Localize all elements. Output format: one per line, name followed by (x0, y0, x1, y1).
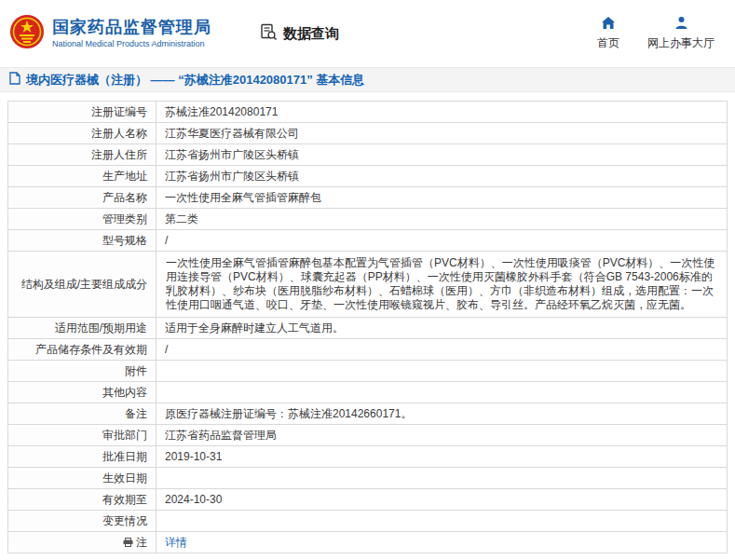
row-value: 2024-10-30 (157, 489, 728, 511)
row-label-text: 审批部门 (102, 429, 147, 442)
row-label-text: 结构及组成/主要组成成分 (21, 278, 147, 291)
row-value: 一次性使用全麻气管插管麻醉包 (157, 187, 728, 209)
row-label-text: 变更情况 (102, 514, 147, 527)
person-icon (674, 16, 688, 33)
home-icon (601, 16, 616, 33)
row-value: 江苏省药品监督管理局 (157, 425, 728, 446)
row-label-text: 生效日期 (102, 471, 147, 485)
table-row: 适用范围/预期用途适用于全身麻醉时建立人工气道用。 (8, 318, 728, 339)
document-search-icon (260, 23, 278, 44)
table-row: 管理类别第二类 (8, 209, 728, 230)
row-label: 有效期至 (8, 489, 157, 511)
row-value: / (157, 230, 728, 252)
row-value (157, 468, 728, 489)
row-label: 注 (8, 532, 157, 553)
row-value: 详情 (157, 532, 728, 553)
table-row: 批准日期2019-10-31 (8, 446, 728, 468)
table-row: 注册人名称江苏华夏医疗器械有限公司 (8, 123, 728, 144)
row-value: 江苏省扬州市广陵区头桥镇 (157, 166, 728, 187)
table-row: 其他内容 (8, 382, 728, 403)
row-label: 产品储存条件及有效期 (8, 339, 157, 361)
site-title: 国家药品监督管理局 (52, 18, 211, 37)
row-label-text: 注册人住所 (91, 148, 147, 161)
row-label-text: 有效期至 (102, 493, 147, 506)
row-label: 结构及组成/主要组成成分 (8, 252, 157, 318)
nav-online-hall-label: 网上办事大厅 (647, 35, 715, 51)
table-row: 附件 (8, 361, 728, 382)
row-label-text: 注 (136, 536, 147, 549)
nav-online-hall[interactable]: 网上办事大厅 (647, 16, 715, 51)
table-row: 备注原医疗器械注册证编号：苏械注准20142660171。 (8, 403, 728, 425)
row-label: 批准日期 (8, 446, 157, 468)
row-value (157, 511, 728, 532)
row-label: 产品名称 (8, 187, 157, 209)
nav-home[interactable]: 首页 (597, 16, 619, 51)
site-logo: 国家药品监督管理局 National Medical Products Admi… (9, 13, 211, 54)
row-label-text: 管理类别 (102, 212, 147, 225)
table-row: 变更情况 (8, 511, 728, 532)
table-row: 产品名称一次性使用全麻气管插管麻醉包 (8, 187, 728, 209)
row-label: 生效日期 (8, 468, 157, 489)
row-label-text: 生产地址 (102, 170, 147, 183)
row-label: 审批部门 (8, 425, 157, 446)
row-label: 备注 (8, 403, 157, 425)
row-label-text: 适用范围/预期用途 (55, 321, 147, 335)
row-value: 江苏华夏医疗器械有限公司 (157, 123, 728, 144)
table-row: 注册人住所江苏省扬州市广陵区头桥镇 (8, 144, 728, 166)
row-label-text: 型号规格 (102, 234, 147, 247)
row-value: 适用于全身麻醉时建立人工气道用。 (157, 318, 728, 339)
row-label: 其他内容 (8, 382, 157, 403)
row-value: 江苏省扬州市广陵区头桥镇 (157, 144, 728, 166)
row-label-text: 产品名称 (102, 191, 147, 204)
row-label-text: 备注 (125, 407, 147, 420)
detail-link[interactable]: 详情 (165, 536, 187, 549)
nav-home-label: 首页 (597, 35, 619, 51)
row-value: 一次性使用全麻气管插管麻醉包基本配置为气管插管（PVC材料）、一次性使用吸痰管（… (157, 252, 728, 318)
header: 国家药品监督管理局 National Medical Products Admi… (0, 0, 735, 67)
print-icon (123, 537, 133, 550)
row-value (157, 361, 728, 382)
row-value: / (157, 339, 728, 361)
data-query-section[interactable]: 数据查询 (260, 23, 339, 44)
table-row: 生效日期 (8, 468, 728, 489)
row-label: 管理类别 (8, 209, 157, 230)
table-row: 结构及组成/主要组成成分一次性使用全麻气管插管麻醉包基本配置为气管插管（PVC材… (8, 252, 728, 318)
row-label: 生产地址 (8, 166, 157, 187)
table-row: 有效期至2024-10-30 (8, 489, 728, 511)
row-label: 型号规格 (8, 230, 157, 252)
row-label-text: 批准日期 (102, 450, 147, 463)
row-label: 附件 (8, 361, 157, 382)
site-titles: 国家药品监督管理局 National Medical Products Admi… (52, 18, 211, 48)
row-label-text: 其他内容 (102, 386, 147, 399)
row-value (157, 382, 728, 403)
table-row: 生产地址江苏省扬州市广陵区头桥镇 (8, 166, 728, 187)
breadcrumb: 境内医疗器械（注册） —— “苏械注准20142080171” 基本信息 (0, 67, 735, 92)
table-row: 注详情 (8, 532, 728, 553)
row-label-text: 注册证编号 (91, 105, 147, 118)
data-query-label: 数据查询 (283, 25, 339, 43)
table-row: 型号规格/ (8, 230, 728, 252)
national-emblem-icon (9, 13, 45, 54)
row-label: 注册人住所 (8, 144, 157, 166)
info-table: 注册证编号苏械注准20142080171注册人名称江苏华夏医疗器械有限公司注册人… (7, 101, 728, 553)
breadcrumb-text: 境内医疗器械（注册） —— “苏械注准20142080171” 基本信息 (26, 72, 364, 89)
row-label: 注册证编号 (8, 102, 157, 123)
row-label-text: 附件 (125, 364, 147, 377)
row-value: 苏械注准20142080171 (157, 102, 728, 123)
row-label: 适用范围/预期用途 (8, 318, 157, 339)
table-row: 产品储存条件及有效期/ (8, 339, 728, 361)
row-label: 变更情况 (8, 511, 157, 532)
row-value: 原医疗器械注册证编号：苏械注准20142660171。 (157, 403, 728, 425)
table-row: 审批部门江苏省药品监督管理局 (8, 425, 728, 446)
site-subtitle: National Medical Products Administration (52, 39, 211, 48)
row-label-text: 产品储存条件及有效期 (35, 343, 147, 356)
row-label-text: 注册人名称 (91, 127, 147, 140)
info-table-body: 注册证编号苏械注准20142080171注册人名称江苏华夏医疗器械有限公司注册人… (8, 102, 728, 553)
document-icon (9, 72, 20, 88)
row-label: 注册人名称 (8, 123, 157, 144)
row-value: 第二类 (157, 209, 728, 230)
table-row: 注册证编号苏械注准20142080171 (8, 102, 728, 123)
top-nav: 首页 网上办事大厅 (597, 16, 715, 51)
row-value: 2019-10-31 (157, 446, 728, 468)
